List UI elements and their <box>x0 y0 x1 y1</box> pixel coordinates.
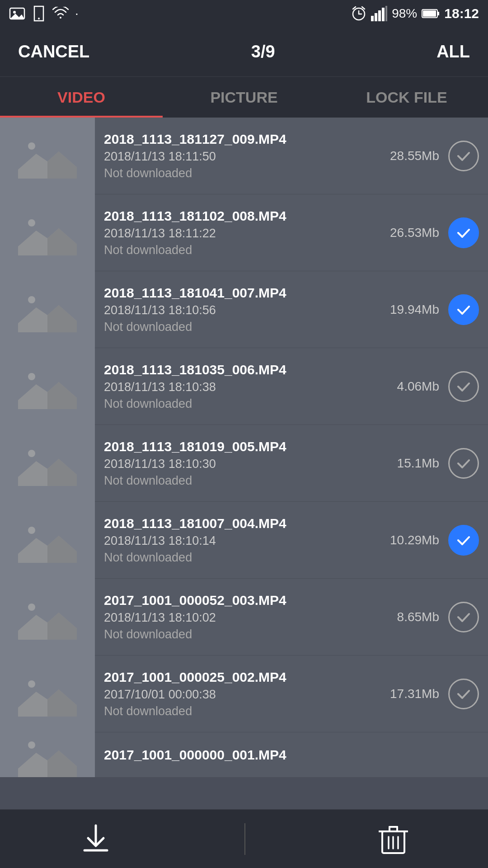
file-date: 2018/11/13 18:10:14 <box>104 534 390 548</box>
file-name: 2017_1001_000025_002.MP4 <box>104 670 390 685</box>
battery-icon <box>422 9 440 19</box>
bottom-toolbar <box>0 809 488 868</box>
file-checkbox[interactable] <box>448 294 479 325</box>
file-thumbnail <box>0 348 95 425</box>
file-name: 2018_1113_181041_007.MP4 <box>104 285 390 301</box>
file-thumbnail <box>0 118 95 194</box>
list-item[interactable]: 2017_1001_000052_003.MP4 2018/11/13 18:1… <box>0 579 488 656</box>
svg-point-3 <box>38 18 40 19</box>
file-date: 2018/11/13 18:10:56 <box>104 303 390 317</box>
list-item[interactable]: 2018_1113_181102_008.MP4 2018/11/13 18:1… <box>0 194 488 271</box>
alarm-icon <box>351 6 366 21</box>
svg-point-1 <box>13 11 16 14</box>
svg-point-26 <box>28 296 35 303</box>
file-date: 2018/11/13 18:10:38 <box>104 380 397 394</box>
list-item[interactable]: 2017_1001_000025_002.MP4 2017/10/01 00:0… <box>0 656 488 732</box>
file-name: 2018_1113_181019_005.MP4 <box>104 439 397 454</box>
svg-rect-13 <box>385 6 387 21</box>
file-info: 2018_1113_181127_009.MP4 2018/11/13 18:1… <box>104 132 390 180</box>
svg-point-50 <box>28 741 35 749</box>
file-status: Not downloaded <box>104 474 397 488</box>
phone-icon <box>32 5 46 22</box>
file-checkbox[interactable] <box>448 217 479 248</box>
download-icon <box>80 823 112 855</box>
wifi-icon <box>52 7 69 20</box>
svg-point-46 <box>28 680 35 688</box>
svg-rect-16 <box>437 12 439 15</box>
file-info: 2018_1113_181007_004.MP4 2018/11/13 18:1… <box>104 516 390 565</box>
delete-button[interactable] <box>352 814 435 864</box>
svg-rect-10 <box>375 13 377 21</box>
file-info: 2018_1113_181019_005.MP4 2018/11/13 18:1… <box>104 439 397 488</box>
status-bar: · 98% 18:12 <box>0 0 488 27</box>
selection-count: 3/9 <box>251 42 275 61</box>
dot-icon: · <box>75 6 79 21</box>
svg-marker-2 <box>10 14 24 19</box>
file-size: 17.31Mb <box>390 687 439 701</box>
toolbar-divider <box>244 823 245 855</box>
tab-bar: VIDEO PICTURE LOCK FILE <box>0 77 488 118</box>
file-name: 2018_1113_181035_006.MP4 <box>104 362 397 377</box>
file-size: 19.94Mb <box>390 302 439 317</box>
tab-lockfile[interactable]: LOCK FILE <box>325 77 488 118</box>
file-date: 2018/11/13 18:10:02 <box>104 611 397 625</box>
status-right-icons: 98% 18:12 <box>351 6 479 21</box>
file-date: 2017/10/01 00:00:38 <box>104 688 390 702</box>
file-checkbox[interactable] <box>448 602 479 632</box>
file-thumbnail <box>0 579 95 656</box>
status-time: 18:12 <box>444 6 479 21</box>
svg-point-38 <box>28 527 35 534</box>
file-info: 2017_1001_000052_003.MP4 2018/11/13 18:1… <box>104 593 397 642</box>
file-name: 2018_1113_181127_009.MP4 <box>104 132 390 147</box>
file-thumbnail <box>0 425 95 502</box>
file-checkbox[interactable] <box>448 141 479 171</box>
status-left-icons: · <box>9 5 79 22</box>
file-size: 10.29Mb <box>390 533 439 547</box>
file-name: 2017_1001_000052_003.MP4 <box>104 593 397 608</box>
file-status: Not downloaded <box>104 704 390 718</box>
list-item[interactable]: 2018_1113_181035_006.MP4 2018/11/13 18:1… <box>0 348 488 425</box>
file-name: 2017_1001_000000_001.MP4 <box>104 747 479 763</box>
svg-rect-11 <box>378 10 381 21</box>
file-checkbox[interactable] <box>448 448 479 479</box>
file-size: 8.65Mb <box>397 610 439 624</box>
svg-rect-15 <box>423 10 436 17</box>
download-button[interactable] <box>53 814 139 864</box>
file-info: 2018_1113_181102_008.MP4 2018/11/13 18:1… <box>104 208 390 257</box>
tab-video[interactable]: VIDEO <box>0 77 163 118</box>
file-info: 2018_1113_181041_007.MP4 2018/11/13 18:1… <box>104 285 390 334</box>
file-thumbnail <box>0 656 95 732</box>
file-size: 28.55Mb <box>390 149 439 163</box>
svg-point-18 <box>28 142 35 150</box>
file-thumbnail <box>0 271 95 348</box>
file-checkbox[interactable] <box>448 679 479 709</box>
file-name: 2018_1113_181007_004.MP4 <box>104 516 390 531</box>
tab-picture[interactable]: PICTURE <box>163 77 325 118</box>
all-button[interactable]: ALL <box>436 42 470 61</box>
signal-icon <box>371 6 387 21</box>
file-checkbox[interactable] <box>448 371 479 402</box>
file-status: Not downloaded <box>104 551 390 565</box>
list-item[interactable]: 2017_1001_000000_001.MP4 <box>0 732 488 778</box>
file-status: Not downloaded <box>104 166 390 180</box>
battery-percent: 98% <box>392 6 417 21</box>
svg-point-22 <box>28 219 35 226</box>
file-size: 15.1Mb <box>397 456 439 471</box>
file-thumbnail <box>0 502 95 579</box>
file-size: 4.06Mb <box>397 379 439 394</box>
list-item[interactable]: 2018_1113_181127_009.MP4 2018/11/13 18:1… <box>0 118 488 194</box>
file-date: 2018/11/13 18:10:30 <box>104 457 397 471</box>
list-item[interactable]: 2018_1113_181019_005.MP4 2018/11/13 18:1… <box>0 425 488 502</box>
file-date: 2018/11/13 18:11:50 <box>104 150 390 164</box>
file-list: 2018_1113_181127_009.MP4 2018/11/13 18:1… <box>0 118 488 778</box>
cancel-button[interactable]: CANCEL <box>18 42 89 61</box>
top-nav: CANCEL 3/9 ALL <box>0 27 488 77</box>
file-status: Not downloaded <box>104 320 390 334</box>
file-thumbnail <box>0 194 95 271</box>
svg-rect-9 <box>371 16 374 21</box>
file-checkbox[interactable] <box>448 525 479 556</box>
list-item[interactable]: 2018_1113_181007_004.MP4 2018/11/13 18:1… <box>0 502 488 579</box>
file-date: 2018/11/13 18:11:22 <box>104 226 390 241</box>
list-item[interactable]: 2018_1113_181041_007.MP4 2018/11/13 18:1… <box>0 271 488 348</box>
photo-icon <box>9 5 25 22</box>
